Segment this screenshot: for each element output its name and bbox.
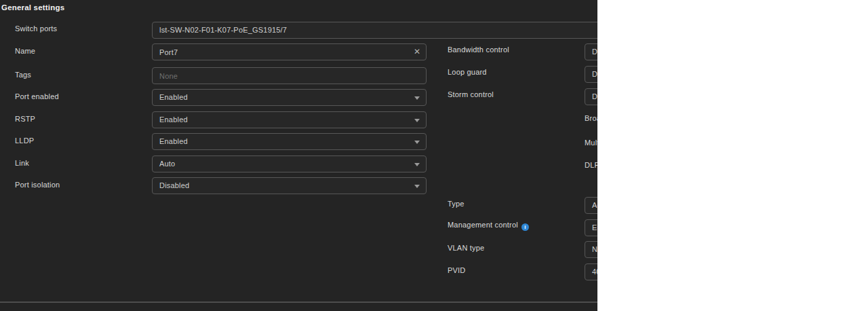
pvid-label: PVID [448, 266, 465, 274]
vlan-type-select[interactable]: None [585, 241, 597, 258]
pvid-input[interactable]: 400 [585, 263, 597, 280]
chevron-down-icon [414, 96, 420, 100]
lldp-select[interactable]: Enabled [152, 133, 427, 150]
loop-guard-value: Disabled [592, 70, 597, 78]
switch-ports-label: Switch ports [15, 24, 57, 33]
chevron-down-icon [414, 163, 420, 166]
footer-divider [0, 301, 597, 303]
switch-ports-value: lst-SW-N02-F01-K07-PoE_GS1915/7 [159, 26, 287, 34]
vlan-type-label: VLAN type [448, 244, 484, 252]
chevron-down-icon [414, 141, 420, 144]
lldp-label: LLDP [15, 136, 34, 145]
port-enabled-select[interactable]: Enabled [152, 89, 427, 106]
clear-name-icon[interactable]: ✕ [414, 47, 420, 56]
link-select[interactable]: Auto [152, 156, 427, 172]
port-isolation-select[interactable]: Disabled [152, 177, 427, 194]
port-enabled-label: Port enabled [15, 92, 59, 100]
section-title: General settings [1, 3, 64, 12]
storm-broadcast-label: Broadcast [585, 114, 597, 122]
bandwidth-control-label: Bandwidth control [448, 45, 509, 54]
storm-multicast-label: Multicast [585, 139, 597, 147]
switch-ports-select[interactable]: lst-SW-N02-F01-K07-PoE_GS1915/7 [152, 22, 597, 39]
link-value: Auto [159, 160, 175, 168]
tags-label: Tags [15, 71, 31, 79]
right-blank-area [597, 0, 868, 311]
port-settings-panel: General settings Switch ports lst-SW-N02… [0, 0, 597, 311]
management-control-value: Enabled [592, 223, 597, 232]
rstp-value: Enabled [159, 115, 188, 124]
name-input[interactable] [152, 43, 427, 60]
port-enabled-value: Enabled [159, 93, 188, 101]
loop-guard-select[interactable]: Disabled [585, 66, 597, 83]
chevron-down-icon [414, 119, 420, 122]
vlan-type-value: None [592, 245, 597, 253]
loop-guard-label: Loop guard [448, 68, 487, 76]
type-select[interactable]: Access [585, 197, 597, 214]
type-label: Type [448, 200, 465, 208]
storm-control-label: Storm control [448, 90, 494, 98]
storm-dlf-label: DLF [585, 161, 597, 169]
port-isolation-label: Port isolation [15, 181, 60, 189]
chevron-down-icon [414, 185, 420, 188]
type-value: Access [592, 201, 597, 209]
bandwidth-control-value: Disabled [592, 48, 597, 56]
pvid-value: 400 [592, 268, 597, 276]
storm-control-value: Disabled [592, 92, 597, 100]
management-control-label: Management controli [448, 221, 529, 231]
lldp-value: Enabled [159, 137, 188, 145]
rstp-label: RSTP [15, 115, 35, 123]
bandwidth-control-select[interactable]: Disabled [585, 43, 597, 60]
tags-input[interactable] [152, 67, 427, 84]
management-control-label-text: Management control [448, 221, 518, 229]
management-control-select[interactable]: Enabled [585, 219, 597, 236]
link-label: Link [15, 159, 29, 167]
name-label: Name [15, 47, 35, 55]
info-icon[interactable]: i [521, 223, 529, 231]
port-isolation-value: Disabled [159, 181, 189, 189]
rstp-select[interactable]: Enabled [152, 111, 427, 128]
storm-control-select[interactable]: Disabled [585, 88, 597, 105]
